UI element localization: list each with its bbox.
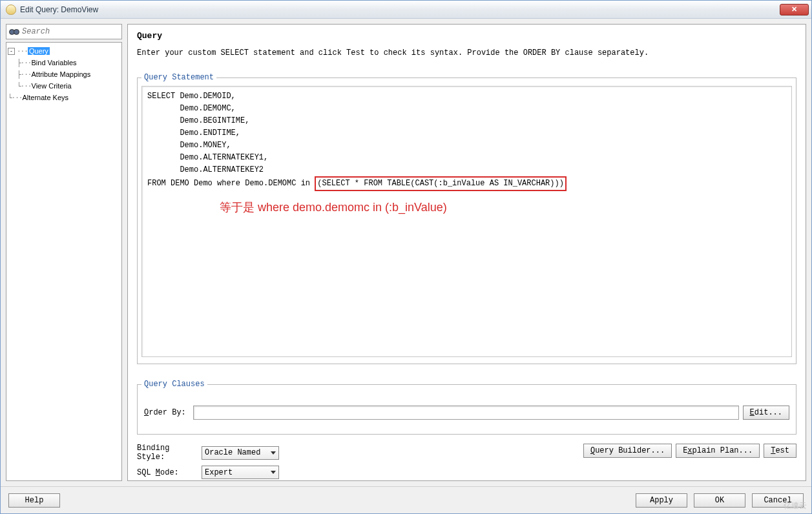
chevron-down-icon <box>271 471 276 474</box>
footer-right: Apply OK Cancel <box>636 493 804 508</box>
query-statement-legend: Query Statement <box>141 73 216 82</box>
sql-line: Demo.DEMOMC, <box>147 103 786 115</box>
sql-line: Demo.ALTERNATEKEY1, <box>147 152 786 164</box>
app-icon <box>6 5 16 15</box>
sql-highlighted-clause: (SELECT * FROM TABLE(CAST(:b_inValue AS … <box>315 176 567 191</box>
edit-orderby-button[interactable]: Edit... <box>743 406 789 420</box>
search-input[interactable] <box>22 27 119 36</box>
panel-description: Enter your custom SELECT statement and c… <box>137 48 796 57</box>
annotation-text: 等于是 where demo.demomc in (:b_inValue) <box>220 200 447 215</box>
search-box[interactable] <box>6 24 122 39</box>
sql-mode-select[interactable]: Expert <box>202 466 279 479</box>
sql-line: SELECT Demo.DEMOID, <box>147 90 786 103</box>
sql-editor[interactable]: SELECT Demo.DEMOID, Demo.DEMOMC, Demo.BE… <box>141 86 792 357</box>
options-row: Binding Style: Oracle Named SQL Mode: Ex… <box>137 444 796 479</box>
apply-button[interactable]: Apply <box>636 493 687 508</box>
binding-style-row: Binding Style: Oracle Named <box>137 444 279 462</box>
query-clauses-group: Query Clauses Order By: Edit... <box>137 380 796 435</box>
binding-style-label: Binding Style: <box>137 444 202 462</box>
collapse-icon[interactable]: - <box>8 48 15 55</box>
nav-tree: - ··· Query ├··· Bind Variables ├··· Att… <box>6 42 122 481</box>
help-button[interactable]: Help <box>8 493 60 508</box>
left-panel: - ··· Query ├··· Bind Variables ├··· Att… <box>6 24 122 481</box>
tree-label: Query <box>28 47 50 55</box>
close-button[interactable]: ✕ <box>780 4 809 15</box>
sql-from-line: FROM DEMO Demo where Demo.DEMOMC in (SEL… <box>147 176 786 191</box>
tree-label: Attribute Mappings <box>32 70 91 78</box>
sql-line: Demo.ENDTIME, <box>147 127 786 139</box>
titlebar: Edit Query: DemoView ✕ <box>1 1 811 19</box>
sql-line: Demo.BEGINTIME, <box>147 115 786 127</box>
orderby-row: Order By: Edit... <box>141 393 792 427</box>
binding-style-select[interactable]: Oracle Named <box>202 446 279 460</box>
dialog-body: - ··· Query ├··· Bind Variables ├··· Att… <box>1 19 811 486</box>
tree-label: Alternate Keys <box>23 94 69 101</box>
dialog-window: Edit Query: DemoView ✕ - ··· Query ├··· … <box>0 0 812 514</box>
window-title: Edit Query: DemoView <box>20 5 780 14</box>
cancel-button[interactable]: Cancel <box>752 493 804 508</box>
sql-mode-label: SQL Mode: <box>137 468 202 477</box>
chevron-down-icon <box>271 451 276 455</box>
query-builder-button[interactable]: Query Builder... <box>583 444 672 458</box>
query-clauses-legend: Query Clauses <box>141 380 207 389</box>
orderby-label: Order By: <box>144 408 189 417</box>
sql-mode-value: Expert <box>205 468 233 477</box>
tree-label: Bind Variables <box>32 59 77 67</box>
tree-item-alternate-keys[interactable]: └··· Alternate Keys <box>8 92 120 103</box>
sql-mode-row: SQL Mode: Expert <box>137 466 279 479</box>
orderby-input[interactable] <box>193 406 739 420</box>
explain-plan-button[interactable]: Explain Plan... <box>676 444 760 458</box>
options-col: Binding Style: Oracle Named SQL Mode: Ex… <box>137 444 279 479</box>
query-statement-group: Query Statement SELECT Demo.DEMOID, Demo… <box>137 73 796 364</box>
ok-button[interactable]: OK <box>694 493 745 508</box>
test-button[interactable]: Test <box>764 444 796 458</box>
tree-root-query[interactable]: - ··· Query <box>8 45 120 57</box>
panel-title: Query <box>137 31 796 41</box>
tree-item-bind-variables[interactable]: ├··· Bind Variables <box>8 57 120 68</box>
binding-style-value: Oracle Named <box>205 448 260 457</box>
sql-line: Demo.ALTERNATEKEY2 <box>147 164 786 176</box>
tree-label: View Criteria <box>32 82 72 90</box>
tree-item-view-criteria[interactable]: └··· View Criteria <box>8 80 120 92</box>
tree-item-attribute-mappings[interactable]: ├··· Attribute Mappings <box>8 68 120 80</box>
right-buttons: Query Builder... Explain Plan... Test <box>583 444 796 458</box>
sql-line: Demo.MONEY, <box>147 139 786 152</box>
dialog-footer: Help Apply OK Cancel <box>1 486 811 513</box>
right-panel: Query Enter your custom SELECT statement… <box>127 24 806 481</box>
binoculars-icon <box>9 27 19 36</box>
